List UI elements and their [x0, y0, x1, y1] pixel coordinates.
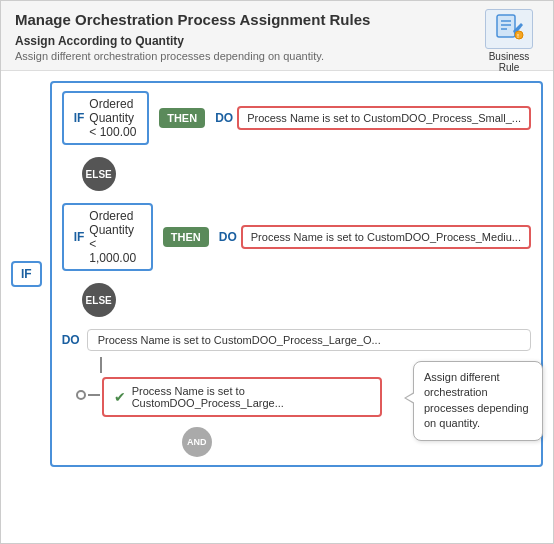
main-window: Manage Orchestration Process Assignment …	[0, 0, 554, 544]
business-rule-image: !	[485, 9, 533, 49]
rule-description: Assign different orchestration processes…	[15, 50, 539, 62]
svg-rect-0	[497, 15, 515, 37]
rule1-do-label: DO	[215, 111, 233, 125]
outer-if-label: IF	[11, 261, 42, 287]
rule2-do-label: DO	[219, 230, 237, 244]
rule3-action: Process Name is set to CustomDOO_Process…	[87, 329, 531, 351]
process-action-box: ✔ Process Name is set to CustomDOO_Proce…	[102, 377, 382, 417]
rule1-action: Process Name is set to CustomDOO_Process…	[237, 106, 531, 130]
rule2-row: IF Ordered Quantity < 1,000.00 THEN DO P…	[62, 203, 531, 271]
rule1-if-label: IF	[74, 111, 85, 125]
else1-badge: ELSE	[82, 157, 116, 191]
rule2-condition: Ordered Quantity < 1,000.00	[89, 209, 140, 265]
and-badge: AND	[182, 427, 212, 457]
rule1-if-box: IF Ordered Quantity < 100.00	[62, 91, 150, 145]
check-icon: ✔	[114, 389, 126, 405]
vert-connector	[100, 357, 102, 373]
rule2-if-box: IF Ordered Quantity < 1,000.00	[62, 203, 153, 271]
rule1-then-label: THEN	[159, 108, 205, 128]
rule2-action: Process Name is set to CustomDOO_Process…	[241, 225, 531, 249]
rule3-do-label: DO	[62, 333, 80, 347]
business-rule-label: BusinessRule	[479, 51, 539, 73]
rule2-then-label: THEN	[163, 227, 209, 247]
rule2-if-label: IF	[74, 230, 85, 244]
business-rule-icon: ! BusinessRule	[479, 9, 539, 73]
rule1-row: IF Ordered Quantity < 100.00 THEN DO Pro…	[62, 91, 531, 145]
rule1-condition: Ordered Quantity < 100.00	[89, 97, 137, 139]
page-title: Manage Orchestration Process Assignment …	[15, 11, 539, 28]
connector-dot	[76, 390, 86, 400]
rule2-do-container: DO Process Name is set to CustomDOO_Proc…	[219, 225, 531, 249]
header: Manage Orchestration Process Assignment …	[1, 1, 553, 71]
rule3-row: DO Process Name is set to CustomDOO_Proc…	[62, 329, 531, 351]
content-area: IF IF Ordered Quantity < 100.00 THEN DO …	[1, 71, 553, 481]
else2-badge: ELSE	[82, 283, 116, 317]
svg-text:!: !	[517, 33, 519, 39]
rule-subtitle: Assign According to Quantity	[15, 34, 539, 48]
process-action-text: Process Name is set to CustomDOO_Process…	[132, 385, 370, 409]
else2-row: ELSE	[72, 277, 531, 323]
callout-text: Assign different orchestration processes…	[424, 371, 529, 429]
connector-h	[88, 394, 100, 396]
rule1-do-container: DO Process Name is set to CustomDOO_Proc…	[215, 106, 531, 130]
else1-row: ELSE	[72, 151, 531, 197]
callout-tooltip: Assign different orchestration processes…	[413, 361, 543, 441]
